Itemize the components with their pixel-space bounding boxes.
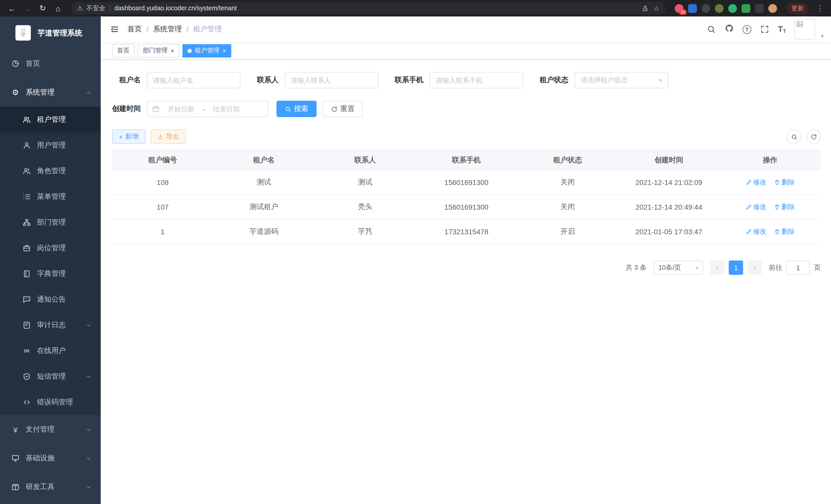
phone-label: 联系手机	[395, 76, 424, 85]
sidebar-item-online-user[interactable]: 在线用户	[0, 338, 101, 364]
tab-tenant[interactable]: 租户管理 ×	[182, 44, 231, 57]
fullscreen-icon[interactable]	[760, 25, 769, 34]
sidebar-item-errcode[interactable]: 错误码管理	[0, 389, 101, 415]
list-icon	[23, 192, 31, 201]
export-button[interactable]: 导出	[150, 129, 186, 144]
cell-tenant-id: 1	[112, 227, 213, 236]
tab-label: 首页	[117, 46, 130, 55]
extension-icon[interactable]	[742, 4, 750, 12]
breadcrumb-home[interactable]: 首页	[127, 25, 142, 34]
date-start-input[interactable]	[161, 105, 200, 113]
tab-dept[interactable]: 部门管理 ×	[138, 44, 179, 57]
column-header: 租户状态	[517, 155, 618, 165]
sidebar-item-role[interactable]: 角色管理	[0, 158, 101, 184]
back-icon[interactable]: ←	[5, 2, 19, 15]
sidebar-item-tenant[interactable]: 租户管理	[0, 107, 101, 132]
sidebar-item-infra[interactable]: 基础设施	[0, 444, 101, 473]
extension-icon[interactable]	[728, 4, 737, 12]
help-icon[interactable]: ?	[742, 25, 751, 34]
forward-icon[interactable]: →	[21, 2, 34, 15]
extension-icon[interactable]	[768, 4, 777, 12]
table-row: 107 测试租户 秃头 15601691300 关闭 2021-12-14 20…	[112, 195, 821, 219]
sidebar-item-payment[interactable]: ¥ 支付管理	[0, 415, 101, 444]
sidebar-item-user[interactable]: 用户管理	[0, 132, 101, 158]
browser-menu-icon[interactable]: ⋮	[814, 4, 826, 13]
next-page-button[interactable]: ›	[747, 261, 762, 275]
search-button-label: 搜索	[294, 104, 308, 114]
search-icon[interactable]	[706, 25, 716, 34]
sidebar-item-audit-log[interactable]: 审计日志	[0, 313, 101, 338]
sidebar-item-dept[interactable]: 部门管理	[0, 210, 101, 235]
extension-puzzle-icon[interactable]	[755, 4, 764, 12]
download-icon	[157, 134, 163, 140]
sidebar-toggle-icon[interactable]	[101, 25, 127, 34]
sidebar-item-dict[interactable]: 字典管理	[0, 261, 101, 287]
bookmark-star-icon[interactable]: ☆	[654, 4, 659, 12]
refresh-icon	[810, 133, 817, 140]
sidebar-item-label: 首页	[26, 59, 40, 68]
cell-phone: 17321315478	[416, 227, 517, 236]
chevron-down-icon	[86, 455, 91, 461]
page-size-select[interactable]: 10条/页 ▾	[654, 261, 703, 275]
edit-button[interactable]: 修改	[745, 178, 767, 187]
font-size-icon[interactable]: TT	[778, 25, 786, 34]
phone-input[interactable]	[430, 72, 523, 88]
sidebar-item-system[interactable]: ⚙ 系统管理	[0, 78, 101, 107]
sidebar-item-devtools[interactable]: 研发工具	[0, 473, 101, 501]
cell-phone: 15601691300	[416, 178, 517, 186]
toggle-search-button[interactable]	[787, 129, 801, 144]
tenant-name-label: 租户名	[112, 76, 141, 85]
sidebar-item-label: 在线用户	[37, 346, 66, 356]
tab-close-icon[interactable]: ×	[171, 47, 174, 54]
delete-button[interactable]: 删除	[774, 178, 795, 187]
tenant-table: 租户编号 租户名 联系人 联系手机 租户状态 创建时间 操作 108 测试 测试…	[112, 150, 821, 244]
edit-button[interactable]: 修改	[745, 202, 767, 211]
page-number-button[interactable]: 1	[729, 261, 743, 275]
sidebar-item-home[interactable]: 首页	[0, 49, 101, 78]
cell-tenant-name: 测试租户	[213, 202, 315, 211]
extension-icon[interactable]	[688, 4, 697, 12]
sidebar-item-sms[interactable]: 短信管理	[0, 364, 101, 389]
sidebar-item-label: 支付管理	[26, 425, 55, 434]
address-bar[interactable]: ⚠ 不安全 | dashboard.yudao.iocoder.cn/syste…	[71, 2, 665, 14]
tab-home[interactable]: 首页	[112, 44, 135, 57]
breadcrumb-system[interactable]: 系统管理	[153, 25, 182, 34]
contact-input[interactable]	[285, 72, 378, 88]
sidebar-item-post[interactable]: 岗位管理	[0, 235, 101, 261]
pagination-total: 共 3 条	[626, 263, 647, 272]
goto-page-input[interactable]	[786, 261, 810, 275]
tab-label: 部门管理	[143, 46, 168, 55]
screenshot-root: ← → ↻ ⌂ ⚠ 不安全 | dashboard.yudao.iocoder.…	[0, 0, 831, 504]
github-icon[interactable]	[724, 24, 734, 35]
delete-button[interactable]: 删除	[774, 227, 795, 236]
tab-close-icon[interactable]: ×	[223, 47, 226, 54]
sidebar-item-label: 角色管理	[37, 167, 66, 176]
app-logo[interactable]: 芋道管理系统	[0, 17, 101, 49]
extension-icon[interactable]	[701, 4, 710, 12]
share-icon[interactable]	[642, 5, 649, 11]
refresh-table-button[interactable]	[806, 129, 821, 144]
avatar[interactable]	[795, 19, 815, 39]
sidebar-item-label: 岗位管理	[37, 243, 66, 253]
add-button[interactable]: + 新增	[112, 129, 145, 144]
date-end-input[interactable]	[207, 105, 246, 113]
edit-button[interactable]: 修改	[745, 227, 767, 236]
extension-icon[interactable]	[715, 4, 724, 12]
status-select[interactable]: 请选择租户状态 ▾	[575, 72, 668, 88]
goto-unit: 页	[814, 263, 821, 272]
delete-button[interactable]: 删除	[774, 202, 795, 211]
date-range-picker[interactable]: -	[147, 101, 268, 117]
reload-icon[interactable]: ↻	[36, 2, 49, 15]
table-row: 1 芋道源码 芋艿 17321315478 开启 2021-01-05 17:0…	[112, 219, 821, 244]
sidebar-item-notice[interactable]: 通知公告	[0, 287, 101, 313]
search-button[interactable]: 搜索	[277, 101, 317, 117]
browser-home-icon[interactable]: ⌂	[51, 2, 65, 15]
avatar-caret-icon[interactable]: ▾	[821, 33, 824, 39]
cell-status: 开启	[517, 227, 618, 236]
sidebar-item-menu[interactable]: 菜单管理	[0, 184, 101, 210]
prev-page-button[interactable]: ‹	[710, 261, 725, 275]
reset-button[interactable]: 重置	[323, 101, 363, 117]
search-icon	[791, 133, 797, 140]
tenant-name-input[interactable]	[147, 72, 240, 88]
browser-update-button[interactable]: 更新	[786, 2, 809, 14]
